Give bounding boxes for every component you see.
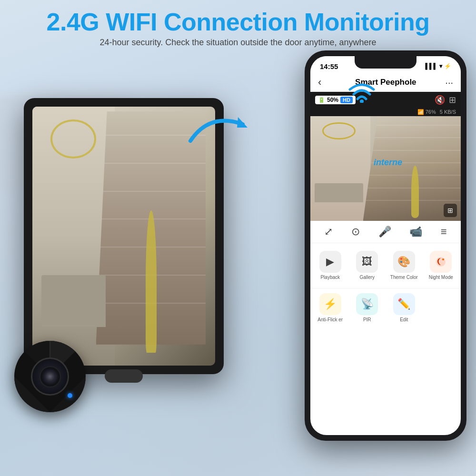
gallery-icon: 🖼 bbox=[356, 251, 378, 273]
cam-status-bar: 📶 76% 5 KB/S bbox=[310, 108, 461, 116]
edit-icon: ✏️ bbox=[393, 293, 415, 315]
record-ctrl-icon: 📹 bbox=[409, 226, 422, 238]
phone-device: 14:55 ▌▌▌ ▾ ⚡ ‹ Smart Peephole ··· bbox=[305, 50, 466, 441]
svg-point-0 bbox=[360, 99, 364, 103]
camera-lens-inner bbox=[40, 366, 61, 387]
app-anti-flicker[interactable]: ⚡ Anti-Flick er bbox=[313, 290, 347, 326]
snapshot-ctrl-icon: ⊙ bbox=[351, 226, 360, 238]
theme-color-label: Theme Color bbox=[390, 275, 418, 280]
header-section: 2.4G WIFI Connection Monitoring 24-hour … bbox=[0, 0, 476, 50]
cam-sofa bbox=[315, 183, 363, 202]
battery-status-icon: ⚡ bbox=[444, 63, 451, 69]
page-content: 2.4G WIFI Connection Monitoring 24-hour … bbox=[0, 0, 476, 476]
pip-button[interactable]: ⊞ bbox=[444, 204, 457, 217]
status-icons: ▌▌▌ ▾ ⚡ bbox=[425, 63, 451, 69]
svg-point-3 bbox=[442, 258, 444, 260]
pir-icon: 📡 bbox=[356, 293, 378, 315]
wifi-status-icon: ▾ bbox=[439, 63, 442, 69]
mic-control[interactable]: 🎤 bbox=[378, 226, 391, 238]
playback-label: Playback bbox=[320, 275, 340, 280]
app-pir[interactable]: 📡 PIR bbox=[350, 290, 385, 326]
mic-ctrl-icon: 🎤 bbox=[378, 226, 391, 238]
app-grid-row2: ⚡ Anti-Flick er 📡 PIR ✏️ Edit bbox=[310, 288, 461, 330]
sub-title: 24-hour security. Check the situation ou… bbox=[0, 38, 476, 48]
fullscreen-ctrl-icon: ⤢ bbox=[324, 226, 333, 238]
internet-label: interne bbox=[374, 158, 402, 168]
cam-scene bbox=[310, 116, 461, 221]
edit-label: Edit bbox=[400, 317, 408, 323]
playback-icon: ▶ bbox=[319, 251, 341, 273]
phone-container: 14:55 ▌▌▌ ▾ ⚡ ‹ Smart Peephole ··· bbox=[305, 50, 466, 441]
menu-control[interactable]: ≡ bbox=[441, 226, 447, 238]
phone-screen: 14:55 ▌▌▌ ▾ ⚡ ‹ Smart Peephole ··· bbox=[310, 56, 461, 435]
scene-lamp bbox=[146, 210, 157, 353]
monitor-home-button[interactable] bbox=[105, 369, 143, 383]
wifi-icon bbox=[347, 79, 376, 105]
camera-lens-outer bbox=[31, 357, 69, 396]
camera-lens-core bbox=[45, 371, 55, 382]
svg-marker-1 bbox=[237, 117, 248, 128]
snapshot-control[interactable]: ⊙ bbox=[351, 226, 360, 238]
nav-bar: ‹ Smart Peephole ··· bbox=[310, 73, 461, 92]
nav-title: Smart Peephole bbox=[326, 78, 445, 87]
anti-flicker-icon: ⚡ bbox=[319, 293, 341, 315]
pir-label: PIR bbox=[363, 317, 371, 323]
gallery-label: Gallery bbox=[359, 275, 375, 280]
wifi-icon-small: 📶 bbox=[417, 109, 424, 115]
app-gallery[interactable]: 🖼 Gallery bbox=[350, 248, 385, 283]
scene-ring-light bbox=[50, 119, 96, 159]
night-mode-label: Night Mode bbox=[429, 275, 453, 280]
main-title: 2.4G WIFI Connection Monitoring bbox=[0, 9, 476, 36]
app-theme-color[interactable]: 🎨 Theme Color bbox=[387, 248, 421, 283]
phone-notch bbox=[355, 56, 416, 69]
battery-percent: 50% bbox=[327, 97, 338, 103]
main-area: interne bbox=[0, 50, 476, 441]
menu-ctrl-icon: ≡ bbox=[441, 226, 447, 238]
fullscreen-control[interactable]: ⤢ bbox=[324, 226, 333, 238]
night-mode-icon bbox=[430, 251, 452, 273]
scene-sofa bbox=[41, 275, 105, 327]
app-night-mode[interactable]: Night Mode bbox=[424, 248, 458, 283]
data-speed: 5 KB/S bbox=[440, 109, 456, 115]
camera-toolbar: 🔋 50% HD 🔇 ⊞ bbox=[310, 92, 461, 108]
nav-back-button[interactable]: ‹ bbox=[318, 76, 321, 89]
fullscreen-icon[interactable]: ⊞ bbox=[449, 95, 456, 105]
cam-ring-light bbox=[322, 122, 356, 139]
nav-more-button[interactable]: ··· bbox=[445, 77, 453, 88]
anti-flicker-label: Anti-Flick er bbox=[317, 317, 343, 323]
arrow-area: interne bbox=[186, 108, 252, 152]
cam-lamp bbox=[411, 166, 419, 218]
wifi-percent-value: 76% bbox=[426, 109, 436, 115]
camera-feed: ⊞ bbox=[310, 116, 461, 221]
app-playback[interactable]: ▶ Playback bbox=[313, 248, 347, 283]
battery-icon: 🔋 bbox=[318, 97, 325, 103]
controls-row: ⤢ ⊙ 🎤 📹 ≡ bbox=[310, 221, 461, 243]
camera-lens-unit bbox=[14, 341, 86, 412]
theme-color-icon: 🎨 bbox=[393, 251, 415, 273]
app-edit[interactable]: ✏️ Edit bbox=[387, 290, 421, 326]
record-control[interactable]: 📹 bbox=[409, 226, 422, 238]
signal-icon: ▌▌▌ bbox=[425, 63, 437, 69]
mute-icon[interactable]: 🔇 bbox=[435, 95, 445, 105]
status-time: 14:55 bbox=[320, 62, 338, 70]
wifi-percent: 📶 76% bbox=[417, 109, 436, 115]
app-grid-row1: ▶ Playback 🖼 Gallery 🎨 Theme Color bbox=[310, 243, 461, 288]
